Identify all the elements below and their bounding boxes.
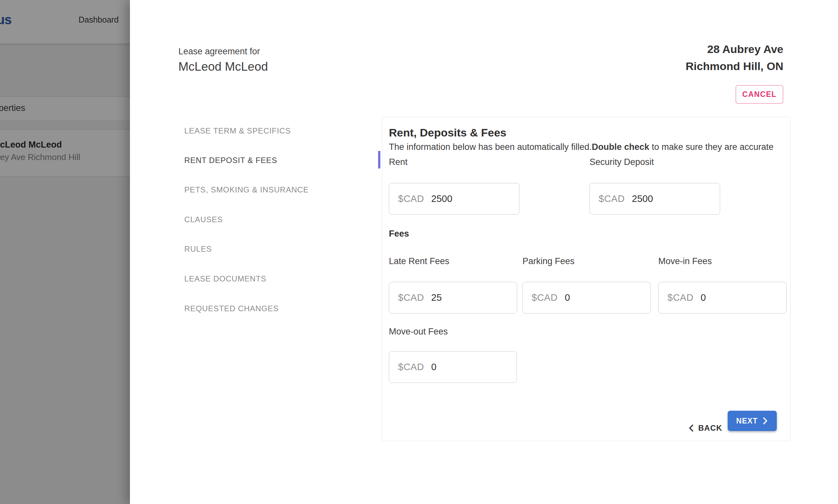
- move-out-fees-label: Move-out Fees: [389, 327, 448, 337]
- modal-title-prefix: Lease agreement for: [178, 47, 268, 57]
- currency-prefix: $CAD: [667, 292, 693, 303]
- move-out-fees-value: 0: [431, 362, 436, 373]
- chevron-left-icon: [688, 424, 695, 432]
- move-in-fees-label: Move-in Fees: [658, 256, 712, 266]
- step-lease-term-specifics[interactable]: LEASE TERM & SPECIFICS: [184, 126, 291, 136]
- tenant-name: McLeod McLeod: [178, 60, 268, 74]
- currency-prefix: $CAD: [398, 292, 424, 303]
- property-address-line1: 28 Aubrey Ave: [686, 40, 783, 58]
- subtitle-rest: to make sure they are accurate: [649, 142, 773, 152]
- currency-prefix: $CAD: [398, 362, 424, 373]
- late-rent-fees-value: 25: [431, 292, 442, 303]
- card-heading: Rent, Deposits & Fees: [389, 126, 506, 139]
- subtitle-normal: The information below has been automatic…: [389, 142, 592, 152]
- back-button-label: BACK: [698, 424, 722, 433]
- step-rules[interactable]: RULES: [184, 245, 212, 254]
- property-address-block: 28 Aubrey Ave Richmond Hill, ON: [686, 40, 783, 75]
- move-out-fees-input[interactable]: $CAD 0: [389, 351, 517, 383]
- fees-heading: Fees: [389, 229, 409, 239]
- move-in-fees-input[interactable]: $CAD 0: [658, 282, 787, 313]
- step-pets-smoking-insurance[interactable]: PETS, SMOKING & INSURANCE: [184, 185, 309, 194]
- rent-label: Rent: [389, 157, 408, 167]
- active-section-indicator: [378, 151, 380, 168]
- subtitle-bold: Double check: [592, 142, 649, 152]
- security-deposit-value: 2500: [632, 194, 653, 204]
- cancel-button[interactable]: CANCEL: [735, 85, 783, 104]
- screen: us Dashboard perties cLeod McLeod ey Ave…: [0, 0, 838, 504]
- step-lease-documents[interactable]: LEASE DOCUMENTS: [184, 274, 266, 284]
- late-rent-fees-label: Late Rent Fees: [389, 256, 449, 266]
- modal-title-block: Lease agreement for McLeod McLeod: [178, 47, 268, 74]
- back-button[interactable]: BACK: [686, 418, 724, 438]
- step-clauses[interactable]: CLAUSES: [184, 215, 223, 224]
- rent-value: 2500: [431, 194, 452, 204]
- step-rent-deposit-fees[interactable]: RENT DEPOSIT & FEES: [184, 156, 277, 165]
- step-requested-changes[interactable]: REQUESTED CHANGES: [184, 304, 279, 313]
- security-deposit-label: Security Deposit: [590, 157, 654, 167]
- currency-prefix: $CAD: [599, 194, 625, 204]
- late-rent-fees-input[interactable]: $CAD 25: [389, 282, 517, 313]
- chevron-right-icon: [762, 417, 768, 425]
- currency-prefix: $CAD: [398, 194, 424, 204]
- currency-prefix: $CAD: [532, 292, 557, 303]
- lease-agreement-modal: Lease agreement for McLeod McLeod 28 Aub…: [130, 0, 838, 504]
- rent-deposits-fees-card: Rent, Deposits & Fees The information be…: [382, 117, 790, 441]
- property-address-line2: Richmond Hill, ON: [686, 58, 783, 75]
- modal-backdrop[interactable]: [0, 0, 130, 504]
- next-button-label: NEXT: [736, 417, 758, 426]
- card-subtitle: The information below has been automatic…: [389, 142, 773, 152]
- rent-input[interactable]: $CAD 2500: [389, 183, 519, 215]
- security-deposit-input[interactable]: $CAD 2500: [590, 183, 720, 215]
- move-in-fees-value: 0: [700, 292, 706, 303]
- next-button[interactable]: NEXT: [728, 411, 777, 431]
- parking-fees-value: 0: [565, 292, 570, 303]
- parking-fees-input[interactable]: $CAD 0: [522, 282, 651, 313]
- parking-fees-label: Parking Fees: [522, 256, 574, 266]
